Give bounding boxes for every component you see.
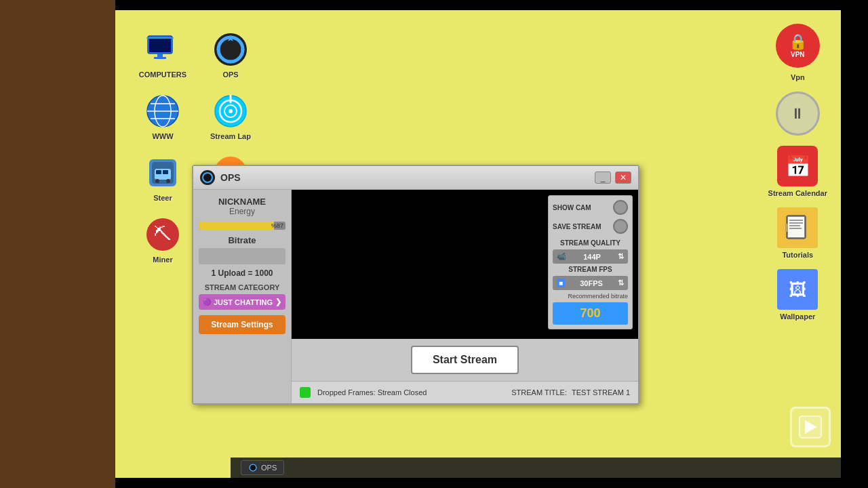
- fps-value: 30FPS: [580, 279, 603, 287]
- svg-rect-33: [789, 222, 803, 224]
- icon-streamlap[interactable]: Stream Lap: [203, 92, 258, 140]
- svg-rect-4: [157, 54, 163, 57]
- ops-icon: [212, 30, 250, 68]
- vpn-icon[interactable]: 🔒 VPN: [776, 24, 820, 68]
- taskbar-app-label: OPS: [261, 464, 277, 472]
- icon-computers[interactable]: COMPUTERS: [136, 30, 190, 79]
- stream-controls-panel: SHOW CAM SAVE STREAM STREAM QUALITY: [548, 195, 633, 329]
- quality-arrow: ⇅: [618, 252, 624, 261]
- pause-icon: ⏸: [790, 105, 805, 123]
- stream-title-label: STREAM TITLE: TEST STREAM 1: [511, 388, 630, 396]
- taskbar-ops-app[interactable]: OPS: [241, 460, 284, 475]
- svg-rect-35: [789, 228, 802, 229]
- svg-rect-36: [785, 224, 788, 232]
- bitrate-value: 700: [553, 302, 628, 325]
- energy-bar-fill: [199, 222, 274, 230]
- quality-dropdown[interactable]: 📹 144P ⇅: [553, 249, 628, 264]
- svg-rect-2: [146, 37, 174, 39]
- stream-status-indicator: [300, 387, 311, 398]
- streamlap-label: Stream Lap: [210, 132, 251, 140]
- icon-ops[interactable]: OPS: [203, 30, 258, 79]
- dropped-frames-text: Dropped Frames: Stream Closed: [317, 388, 427, 396]
- energy-percent: %87: [271, 222, 283, 230]
- taskbar-left: OPS: [241, 460, 284, 475]
- bitrate-bar: [199, 248, 285, 264]
- quality-icon: 📹: [557, 252, 566, 261]
- energy-bar: %87: [199, 222, 285, 230]
- www-label: WWW: [152, 132, 173, 140]
- stream-fps-label: STREAM FPS: [553, 266, 628, 273]
- fps-indicator: ■: [557, 279, 565, 287]
- svg-rect-5: [154, 57, 166, 59]
- icon-steer[interactable]: Steer: [136, 154, 190, 202]
- stream-settings-label: Stream Settings: [211, 320, 273, 329]
- steer-icon: [144, 154, 182, 191]
- steer-label: Steer: [153, 194, 172, 202]
- tutorials-icon[interactable]: [777, 207, 818, 248]
- show-cam-toggle[interactable]: [613, 200, 628, 215]
- stream-calendar-icon[interactable]: 📅: [777, 146, 818, 186]
- miner-icon: ⛏: [144, 216, 182, 253]
- bottom-info-bar: Dropped Frames: Stream Closed STREAM TIT…: [292, 381, 638, 403]
- ops-window-logo: [200, 170, 215, 185]
- fps-dropdown[interactable]: ■ 30FPS ⇅: [553, 276, 628, 290]
- vpn-lock-icon: 🔒: [789, 33, 807, 51]
- window-left-panel: NICKNAME Energy %87 Bitrate 1 Upload = 1…: [193, 190, 292, 403]
- minimize-button[interactable]: _: [595, 171, 611, 184]
- close-button[interactable]: ✕: [615, 171, 631, 184]
- show-cam-row: SHOW CAM: [553, 200, 628, 215]
- wallpaper-icon[interactable]: 🖼: [777, 269, 818, 310]
- show-cam-label: SHOW CAM: [553, 204, 591, 211]
- computers-label: COMPUTERS: [139, 70, 186, 79]
- stream-title-value: TEST STREAM 1: [572, 388, 630, 396]
- svg-point-17: [229, 109, 233, 113]
- icon-miner[interactable]: ⛏ Miner: [136, 216, 190, 264]
- right-icons: 🔒 VPN Vpn ⏸ 📅 Stream Calendar: [768, 24, 827, 321]
- wallpaper-label: Wallpaper: [780, 312, 815, 321]
- stream-calendar-label: Stream Calendar: [768, 189, 827, 197]
- save-stream-toggle[interactable]: [613, 219, 628, 234]
- start-stream-button[interactable]: Start Stream: [411, 346, 519, 374]
- wallpaper-container[interactable]: 🖼 Wallpaper: [777, 269, 818, 321]
- fps-arrow: ⇅: [618, 279, 624, 287]
- stream-title-prefix: STREAM TITLE:: [511, 388, 567, 396]
- svg-rect-22: [163, 170, 168, 174]
- just-chatting-arrow: ❯: [275, 298, 281, 306]
- window-body: NICKNAME Energy %87 Bitrate 1 Upload = 1…: [193, 190, 638, 403]
- exit-button[interactable]: [790, 407, 831, 447]
- miner-label: Miner: [153, 256, 172, 264]
- svg-text:⛏: ⛏: [154, 224, 172, 244]
- vpn-text: VPN: [791, 51, 805, 58]
- vpn-label: Vpn: [791, 73, 805, 81]
- stream-settings-button[interactable]: Stream Settings: [199, 315, 285, 334]
- nickname-label: NICKNAME: [199, 197, 285, 207]
- streamlap-icon: [212, 92, 250, 129]
- tutorials-container[interactable]: Tutorials: [777, 207, 818, 259]
- stream-fps-section: STREAM FPS ■ 30FPS ⇅: [553, 266, 628, 290]
- icon-www[interactable]: WWW: [136, 92, 190, 140]
- just-chatting-icon: 🟣: [203, 298, 211, 306]
- bitrate-label: Bitrate: [199, 235, 285, 245]
- www-icon: [144, 92, 182, 129]
- quality-value: 144P: [583, 253, 601, 261]
- nickname-section: NICKNAME Energy: [199, 197, 285, 216]
- vpn-container[interactable]: 🔒 VPN Vpn: [776, 24, 820, 81]
- pause-button[interactable]: ⏸: [776, 92, 820, 136]
- just-chatting-button[interactable]: 🟣 JUST CHATTING ❯: [199, 294, 285, 310]
- window-title-area: OPS: [200, 170, 241, 185]
- window-titlebar: OPS _ ✕: [193, 166, 638, 190]
- computers-icon: [144, 30, 182, 68]
- window-right-panel: SHOW CAM SAVE STREAM STREAM QUALITY: [292, 190, 638, 403]
- tutorials-label: Tutorials: [782, 251, 813, 259]
- ops-label: OPS: [222, 70, 238, 79]
- just-chatting-label: JUST CHATTING: [214, 298, 273, 306]
- window-title: OPS: [220, 172, 241, 183]
- save-stream-row: SAVE STREAM: [553, 219, 628, 234]
- preview-container: SHOW CAM SAVE STREAM STREAM QUALITY: [292, 190, 638, 339]
- stream-calendar-container[interactable]: 📅 Stream Calendar: [768, 146, 827, 197]
- nickname-value: Energy: [199, 207, 285, 216]
- svg-point-24: [166, 179, 170, 183]
- svg-rect-32: [789, 220, 803, 221]
- save-stream-label: SAVE STREAM: [553, 223, 601, 230]
- svg-rect-34: [789, 225, 800, 226]
